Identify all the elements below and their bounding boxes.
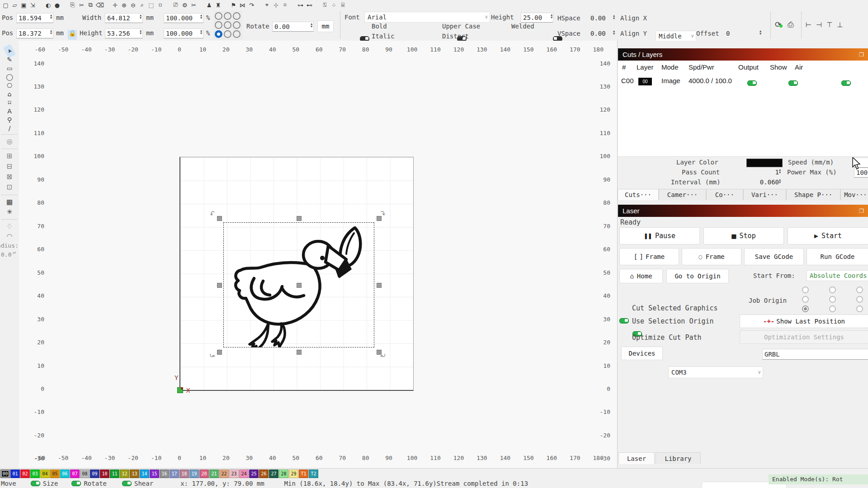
pan-tool-icon[interactable]: ✛ bbox=[111, 2, 119, 9]
height-field[interactable]: 53.256 bbox=[105, 28, 143, 38]
grid-snap-icon[interactable]: ⌗ bbox=[281, 1, 289, 9]
palette-swatch-07[interactable]: 07 bbox=[70, 469, 80, 478]
boolean-union-tool[interactable]: ⊞ bbox=[4, 152, 15, 160]
job-origin-radio[interactable] bbox=[856, 305, 863, 312]
palette-swatch-16[interactable]: 16 bbox=[160, 469, 169, 478]
selection-handle[interactable] bbox=[217, 350, 222, 355]
print-cut-icon[interactable]: ⎙ bbox=[788, 20, 794, 29]
align-left-icon[interactable]: ⊢ bbox=[806, 21, 811, 29]
rectangle-tool[interactable]: ▭ bbox=[4, 64, 15, 72]
radius-value[interactable]: 0.0 bbox=[1, 251, 11, 258]
job-origin-radio[interactable] bbox=[856, 286, 863, 293]
height-percent-field[interactable]: 100.000 bbox=[164, 28, 203, 38]
palette-swatch-02[interactable]: 02 bbox=[20, 469, 30, 478]
tab-library[interactable]: Library bbox=[656, 452, 701, 464]
size-toggle[interactable] bbox=[31, 481, 40, 486]
rotate-shape-icon[interactable]: ↷ bbox=[248, 2, 255, 9]
focus-target-icon[interactable]: ⌖ bbox=[263, 1, 271, 9]
height-spinner[interactable]: ▲▼ bbox=[140, 29, 142, 35]
boolean-difference-tool[interactable]: ⊡ bbox=[4, 183, 15, 191]
draw-lines-tool[interactable]: ✎ bbox=[4, 56, 15, 64]
run-gcode-button[interactable]: Run GCode bbox=[807, 248, 868, 265]
frame-circle-button[interactable]: ◌Frame bbox=[682, 248, 741, 265]
float-window-icon[interactable]: ❐ bbox=[859, 208, 864, 214]
tab-mov[interactable]: Mov··· bbox=[840, 189, 868, 200]
cuts-layers-header[interactable]: Cuts / Layers ❐ bbox=[618, 48, 868, 61]
zoom-selection-icon[interactable]: ⌕ bbox=[138, 1, 146, 9]
align-x-combo[interactable]: Middle∨ bbox=[656, 31, 696, 42]
selection-handle[interactable] bbox=[217, 283, 222, 288]
column-header-show[interactable]: Show bbox=[770, 63, 787, 71]
open-file-icon[interactable]: ▱ bbox=[11, 2, 19, 9]
width-percent-field[interactable]: 100.000 bbox=[164, 13, 203, 23]
palette-swatch-29[interactable]: 29 bbox=[289, 469, 298, 478]
palette-swatch-01[interactable]: 01 bbox=[10, 469, 20, 478]
layer-output-toggle[interactable] bbox=[747, 80, 757, 86]
show-last-position-button[interactable]: -+- Show Last Position bbox=[740, 314, 868, 328]
selection-box[interactable]: ↶↷↶↷ bbox=[223, 222, 374, 347]
port-combo[interactable]: COM3∨ bbox=[668, 366, 763, 378]
palette-swatch-05[interactable]: 05 bbox=[50, 469, 60, 478]
column-header-layer[interactable]: Layer bbox=[637, 63, 654, 71]
palette-swatch-09[interactable]: 09 bbox=[90, 469, 99, 478]
palette-swatch-03[interactable]: 03 bbox=[30, 469, 40, 478]
palette-swatch-24[interactable]: 24 bbox=[239, 469, 249, 478]
zoom-out-icon[interactable]: ⊖ bbox=[129, 2, 137, 9]
notes-icon[interactable]: ⌸ bbox=[339, 1, 347, 9]
laser-header[interactable]: Laser ❐ bbox=[618, 205, 868, 217]
layer-row[interactable]: C00 00 Image 4000.0 / 100.0 bbox=[618, 77, 868, 88]
dock-icon[interactable]: ⊹ bbox=[272, 2, 280, 9]
new-file-icon[interactable]: ▢ bbox=[2, 2, 9, 9]
job-origin-radio[interactable] bbox=[829, 286, 836, 293]
pos-x-field[interactable]: 18.594 bbox=[16, 13, 53, 23]
go-to-origin-button[interactable]: Go to Origin bbox=[666, 269, 729, 283]
palette-swatch-26[interactable]: 26 bbox=[259, 469, 269, 478]
paste-icon[interactable]: ⧉ bbox=[87, 1, 94, 9]
selection-handle[interactable] bbox=[297, 350, 302, 355]
shear-toggle[interactable] bbox=[122, 481, 132, 486]
palette-swatch-T1[interactable]: T1 bbox=[299, 469, 308, 478]
radius-spinner[interactable]: ▲▼ bbox=[13, 251, 16, 253]
rotate-field[interactable]: 0.00 bbox=[272, 22, 314, 32]
anchor-2-2[interactable] bbox=[233, 30, 241, 38]
lock-view-icon[interactable]: ⌑ bbox=[156, 2, 164, 9]
copy-icon[interactable]: ⎘ bbox=[69, 1, 76, 9]
job-origin-selector[interactable] bbox=[798, 286, 866, 315]
save-file-icon[interactable]: ▣ bbox=[20, 2, 28, 9]
stop-button[interactable]: ■Stop bbox=[703, 227, 784, 244]
render-sphere-filled-icon[interactable]: ● bbox=[53, 2, 61, 9]
layer-air-toggle[interactable] bbox=[841, 80, 851, 86]
anchor-1-1[interactable] bbox=[224, 21, 231, 29]
anchor-0-0[interactable] bbox=[215, 12, 222, 20]
star-tool[interactable]: ⌂ bbox=[4, 90, 15, 98]
start-from-combo[interactable]: Absolute Coords bbox=[807, 270, 868, 281]
zoom-in-icon[interactable]: ⊕ bbox=[120, 2, 128, 9]
palette-swatch-13[interactable]: 13 bbox=[130, 469, 139, 478]
home-button[interactable]: ⌂Home bbox=[619, 269, 663, 283]
preview-monitor-icon[interactable]: ⎚ bbox=[172, 1, 179, 9]
park-laser-icon[interactable]: ♜ bbox=[214, 2, 222, 9]
palette-swatch-00[interactable]: 00 bbox=[0, 469, 10, 478]
font-combo[interactable]: Arial∨ bbox=[364, 12, 490, 23]
align-bottom-icon[interactable]: ⊥ bbox=[837, 21, 843, 29]
start-button[interactable]: ▶Start bbox=[788, 227, 868, 244]
palette-swatch-06[interactable]: 06 bbox=[60, 469, 70, 478]
anchor-1-0[interactable] bbox=[215, 21, 222, 29]
mirror-horizontal-icon[interactable]: ⋈ bbox=[239, 2, 246, 9]
offset-shapes-tool[interactable]: ◎ bbox=[4, 137, 15, 145]
palette-swatch-28[interactable]: 28 bbox=[279, 469, 288, 478]
unlink-icon[interactable]: ⊷ bbox=[306, 2, 313, 9]
cut-icon[interactable]: ✂ bbox=[78, 2, 85, 9]
devices-button[interactable]: Devices bbox=[621, 347, 663, 360]
rotate-toggle[interactable] bbox=[71, 481, 81, 486]
save-gcode-button[interactable]: Save GCode bbox=[744, 248, 804, 265]
optimization-settings-button[interactable]: Optimization Settings bbox=[740, 330, 868, 344]
font-height-field[interactable]: 25.00 bbox=[521, 13, 553, 23]
selection-handle[interactable] bbox=[377, 283, 382, 288]
column-header-spdpwr[interactable]: Spd/Pwr bbox=[689, 63, 714, 71]
column-header-[interactable]: # bbox=[622, 63, 626, 71]
settings-gear-icon[interactable]: ⚙ bbox=[181, 2, 189, 9]
ellipse-tool[interactable]: ◯ bbox=[4, 73, 15, 81]
layer-color-swatch[interactable]: 00 bbox=[638, 78, 652, 85]
pass-count-field[interactable]: 1 bbox=[746, 168, 781, 177]
